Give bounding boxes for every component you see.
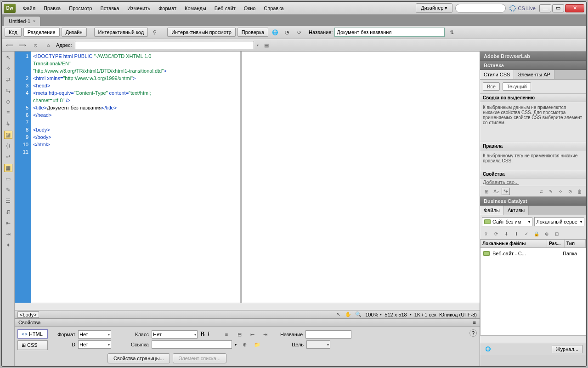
- journal-button[interactable]: Журнал...: [552, 345, 582, 353]
- options-icon[interactable]: ▤: [261, 40, 271, 50]
- file-row[interactable]: Веб-сайт - С... Папка: [482, 250, 584, 257]
- files-list[interactable]: Веб-сайт - С... Папка: [480, 248, 586, 335]
- horizontal-scrollbar[interactable]: [15, 303, 480, 310]
- forward-icon[interactable]: ⟹: [17, 40, 28, 50]
- select-tool-icon[interactable]: ↖: [333, 310, 343, 319]
- address-input[interactable]: [75, 41, 254, 49]
- indent-icon[interactable]: ⇥: [260, 330, 270, 339]
- css-edit-icon[interactable]: ✧: [556, 188, 565, 195]
- zoom-tool-icon[interactable]: 🔍: [353, 310, 363, 319]
- window-close[interactable]: ✕: [565, 4, 584, 12]
- col-type[interactable]: Тип: [565, 240, 586, 247]
- globe-icon[interactable]: 🌐: [270, 28, 280, 37]
- menu-window[interactable]: Окно: [240, 4, 260, 13]
- checkout-icon[interactable]: ✓: [522, 230, 531, 237]
- stop-icon[interactable]: ⦸: [30, 40, 40, 50]
- files-scrollbar[interactable]: [480, 335, 586, 343]
- cslive-button[interactable]: CS Live: [509, 5, 536, 12]
- ap-elements-tab[interactable]: Элементы AP: [514, 70, 554, 79]
- workspace-switcher[interactable]: Дизайнер ▾: [416, 3, 452, 13]
- tool-collapse-icon[interactable]: ⇄: [4, 75, 12, 84]
- refresh-icon[interactable]: ⟳: [294, 28, 304, 37]
- business-catalyst-header[interactable]: Business Catalyst: [480, 196, 586, 206]
- css-cat-icon[interactable]: ⊞: [482, 188, 491, 195]
- bold-button[interactable]: B: [200, 331, 204, 338]
- inspect-icon[interactable]: ⚲: [150, 28, 160, 37]
- col-size[interactable]: Раз...: [547, 240, 565, 247]
- add-property-link[interactable]: Добавить сво...: [483, 179, 519, 185]
- menu-format[interactable]: Формат: [155, 4, 180, 13]
- title-input[interactable]: [334, 28, 445, 37]
- view-design-button[interactable]: Дизайн: [62, 28, 87, 37]
- window-maximize[interactable]: ▭: [552, 4, 564, 12]
- css-delete-icon[interactable]: 🗑: [576, 188, 584, 195]
- tool-syntax-icon[interactable]: ⟨⟩: [4, 142, 12, 150]
- tool-select-parent-icon[interactable]: ◇: [4, 98, 12, 106]
- window-minimize[interactable]: —: [539, 4, 551, 12]
- css-set-icon[interactable]: *+: [502, 188, 510, 195]
- tool-balance-icon[interactable]: ≡: [4, 109, 12, 117]
- ul-icon[interactable]: ≡: [221, 330, 232, 339]
- name-input[interactable]: [305, 330, 351, 339]
- menu-site[interactable]: Веб-сайт: [211, 4, 239, 13]
- class-select[interactable]: Нет: [152, 330, 198, 339]
- connect-icon[interactable]: ⚹: [482, 230, 490, 237]
- refresh-files-icon[interactable]: ⟳: [492, 230, 500, 237]
- view-code-button[interactable]: Код: [5, 28, 22, 37]
- tool-indent-icon[interactable]: ▦: [4, 164, 12, 172]
- files-tab[interactable]: Файлы: [480, 206, 504, 215]
- menu-edit[interactable]: Правка: [40, 4, 64, 13]
- view-split-button[interactable]: Разделение: [23, 28, 60, 37]
- tool-cursor-icon[interactable]: ↖: [4, 53, 12, 62]
- props-html-button[interactable]: <> HTML: [17, 329, 48, 339]
- tool-move-icon[interactable]: ⇵: [4, 208, 12, 216]
- site-select[interactable]: Сайт без им▾: [482, 217, 532, 226]
- live-view-button[interactable]: Интерактивный просмотр: [167, 28, 236, 37]
- tool-recent-icon[interactable]: ☰: [4, 197, 12, 205]
- menu-insert[interactable]: Вставка: [96, 4, 123, 13]
- menu-file[interactable]: Файл: [19, 4, 39, 13]
- search-input[interactable]: [455, 4, 506, 13]
- preview-icon[interactable]: ◔: [282, 28, 292, 37]
- get-icon[interactable]: ⬇: [502, 230, 510, 237]
- outdent-icon[interactable]: ⇤: [247, 330, 257, 339]
- col-local[interactable]: Локальные файлы: [481, 240, 547, 247]
- code-text[interactable]: <!DOCTYPE html PUBLIC "-//W3C//DTD XHTML…: [31, 52, 240, 303]
- tool-format-icon[interactable]: ✦: [4, 241, 12, 249]
- live-code-button[interactable]: Интерактивный код: [94, 28, 148, 37]
- check-button[interactable]: Проверка: [237, 28, 268, 37]
- document-tab[interactable]: Untitled-1 ×: [4, 16, 40, 26]
- back-icon[interactable]: ⟸: [5, 40, 15, 50]
- point-to-file-icon[interactable]: ⊕: [239, 340, 249, 349]
- help-icon[interactable]: ?: [469, 329, 477, 337]
- tool-wrap-icon[interactable]: ↵: [4, 153, 12, 161]
- checkin-icon[interactable]: 🔒: [532, 230, 541, 237]
- menu-modify[interactable]: Изменить: [124, 4, 154, 13]
- tool-outdent-icon[interactable]: ⇤: [4, 219, 12, 227]
- close-tab-icon[interactable]: ×: [33, 19, 35, 23]
- tool-highlight-icon[interactable]: ▨: [4, 131, 12, 139]
- put-icon[interactable]: ⬆: [512, 230, 520, 237]
- css-styles-tab[interactable]: Стили CSS: [480, 70, 514, 79]
- code-editor[interactable]: 1 23 4 56 78 910 11 <!DOCTYPE html PUBLI…: [15, 52, 242, 303]
- doc-dimensions[interactable]: 512 x 518: [384, 312, 407, 317]
- page-properties-button[interactable]: Свойства страницы...: [107, 353, 170, 363]
- format-select[interactable]: Нет: [78, 330, 111, 339]
- file-mgmt-icon[interactable]: ⇅: [447, 28, 457, 37]
- css-all-button[interactable]: Все: [483, 82, 500, 91]
- tool-comment-icon[interactable]: ▭: [4, 175, 12, 183]
- sync-icon[interactable]: ⊜: [543, 230, 551, 237]
- tool-wand-icon[interactable]: ✧: [4, 64, 12, 73]
- css-disable-icon[interactable]: ⊘: [566, 188, 574, 195]
- menu-view[interactable]: Просмотр: [65, 4, 96, 13]
- ol-icon[interactable]: ⊟: [234, 330, 244, 339]
- css-az-icon[interactable]: Aᴢ: [492, 188, 500, 195]
- browse-icon[interactable]: 📁: [252, 340, 262, 349]
- link-input[interactable]: [152, 340, 232, 349]
- panel-menu-icon[interactable]: ≡: [473, 320, 476, 325]
- home-icon[interactable]: ⌂: [43, 40, 53, 50]
- target-select[interactable]: [306, 340, 330, 349]
- design-view[interactable]: [242, 52, 480, 303]
- css-current-button[interactable]: Текущий: [503, 82, 531, 91]
- props-css-button[interactable]: ⊞ CSS: [17, 340, 48, 350]
